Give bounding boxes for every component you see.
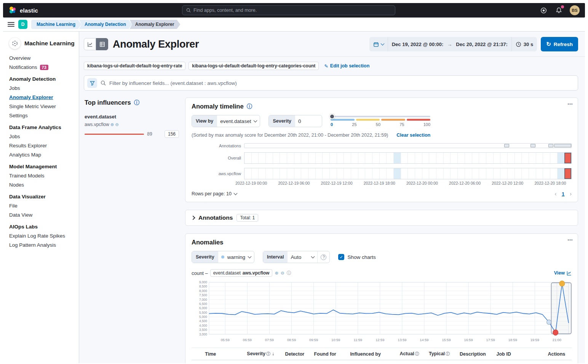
table-header-actual[interactable]: Actualⓘ (396, 348, 426, 360)
swimlane-cell[interactable] (252, 168, 259, 179)
job-badge[interactable]: kibana-logs-ui-default-default-log-entry… (84, 62, 185, 70)
table-header-typical[interactable]: Typicalⓘ (426, 348, 457, 360)
swimlane-cell[interactable] (387, 168, 394, 179)
swimlane-cell[interactable] (415, 168, 422, 179)
severity-scale-segment[interactable] (331, 119, 355, 121)
swimlane-cell[interactable] (479, 153, 486, 163)
swimlane-cell[interactable] (508, 153, 515, 163)
swimlane-cell[interactable] (394, 168, 401, 179)
menu-button[interactable] (8, 22, 14, 27)
sidebar-item-notifications[interactable]: Notifications73 (9, 64, 75, 70)
sidebar-item-analytics-map[interactable]: Analytics Map (9, 152, 75, 158)
view-chart-link[interactable]: View (554, 270, 572, 276)
table-view-button[interactable] (96, 38, 108, 50)
charts-view-button[interactable] (84, 38, 96, 50)
swimlane-cell[interactable] (344, 153, 351, 163)
table-header-time[interactable]: Time (202, 348, 244, 360)
global-search-input[interactable]: Find apps, content, and more. (182, 5, 395, 15)
anomaly-chart[interactable]: 3,0003,5004,0004,5005,0005,5006,0006,500… (192, 279, 572, 344)
prev-page-button[interactable]: ‹ (554, 191, 556, 197)
annotations-lane[interactable] (244, 143, 572, 148)
swimlane-critical-cell[interactable] (564, 153, 571, 163)
swimlane-cell[interactable] (494, 153, 501, 163)
swimlane-cell[interactable] (323, 153, 330, 163)
swimlane-cell[interactable] (522, 153, 529, 163)
swimlane-cell[interactable] (458, 168, 465, 179)
sort-desc-icon[interactable]: ↓ (272, 351, 274, 356)
swimlane-cell[interactable] (458, 153, 465, 163)
sidebar-item-jobs[interactable]: Jobs (9, 134, 75, 139)
swimlane-cell[interactable] (529, 153, 536, 163)
annotation-marker[interactable] (530, 144, 535, 147)
refresh-button[interactable]: ↻ Refresh (541, 37, 578, 51)
swimlane-cell[interactable] (465, 168, 472, 179)
swimlane-cell[interactable] (436, 153, 444, 163)
swimlane-cell[interactable] (266, 153, 273, 163)
chart-influencer-badge[interactable]: event.dataset aws.vpcflow (210, 269, 273, 277)
table-header-severity[interactable]: Severityⓘ↓ (244, 348, 282, 360)
swimlane-critical-cell[interactable] (564, 168, 571, 179)
swimlane-cell[interactable] (259, 168, 266, 179)
sidebar-item-anomaly-explorer[interactable]: Anomaly Explorer (9, 94, 75, 100)
swimlane-cell[interactable] (351, 168, 358, 179)
swimlane-cell[interactable] (494, 168, 501, 179)
severity-scale-segment[interactable] (407, 119, 431, 121)
swimlane-cell[interactable] (294, 153, 302, 163)
swimlane-cell[interactable] (536, 168, 543, 179)
anomaly-marker-major[interactable] (559, 281, 565, 286)
remove-filter-icon[interactable]: ⊖ (281, 270, 284, 276)
swimlane-cell[interactable] (266, 168, 273, 179)
swimlane-cell[interactable] (372, 153, 380, 163)
swimlane-cell[interactable] (344, 168, 351, 179)
panel-options-icon[interactable]: ⋯ (567, 237, 573, 243)
swimlane-cell[interactable] (280, 153, 287, 163)
date-quick-select-button[interactable] (369, 37, 388, 51)
swimlane-cell[interactable] (401, 153, 408, 163)
swimlane-cell[interactable] (486, 168, 494, 179)
expand-annotations-icon[interactable] (191, 216, 195, 220)
swimlane-cell[interactable] (422, 168, 430, 179)
swimlane-cell[interactable] (550, 168, 558, 179)
swimlane-cell[interactable] (515, 168, 522, 179)
table-header-actions[interactable]: Actions (545, 348, 572, 360)
table-header-detector[interactable]: Detector (282, 348, 311, 360)
panel-options-icon[interactable]: ⋯ (567, 101, 573, 107)
clear-selection-link[interactable]: Clear selection (396, 133, 430, 138)
swimlane-cell[interactable] (323, 168, 330, 179)
breadcrumb-machine-learning[interactable]: Machine Learning (31, 20, 81, 29)
breadcrumb-anomaly-detection[interactable]: Anomaly Detection (79, 20, 132, 29)
sidebar-item-single-metric-viewer[interactable]: Single Metric Viewer (9, 104, 75, 109)
help-icon[interactable]: ? (321, 254, 326, 260)
sidebar-item-file[interactable]: File (9, 203, 75, 209)
swimlane-cell[interactable] (380, 153, 387, 163)
swimlane-cell[interactable] (308, 168, 316, 179)
sidebar-item-trained-models[interactable]: Trained Models (9, 173, 75, 179)
swimlane-cell[interactable] (522, 168, 529, 179)
swimlane-cell[interactable] (543, 153, 550, 163)
swimlane-cell[interactable] (294, 168, 302, 179)
sidebar-item-log-pattern-analysis[interactable]: Log Pattern Analysis (9, 242, 75, 248)
refresh-interval-button[interactable]: 30 s (511, 37, 537, 51)
sidebar-item-results-explorer[interactable]: Results Explorer (9, 143, 75, 148)
page-number[interactable]: 1 (562, 191, 564, 197)
swimlane-cell[interactable] (330, 153, 337, 163)
severity-scale-handle[interactable] (329, 114, 335, 119)
rows-per-page-button[interactable]: Rows per page: 10 (192, 191, 237, 196)
job-badge[interactable]: kibana-logs-ui-default-default-log-entry… (189, 62, 319, 70)
show-charts-checkbox[interactable]: ✓ (338, 254, 344, 260)
filter-icon[interactable] (87, 78, 97, 88)
swimlane-cell[interactable] (436, 168, 444, 179)
date-start-button[interactable]: Dec 19, 2022 @ 00:00: (388, 37, 447, 51)
swimlane-cell[interactable] (244, 153, 252, 163)
swimlane-cell[interactable] (515, 153, 522, 163)
swimlane-cell[interactable] (308, 153, 316, 163)
influencer-filter-bar[interactable]: Filter by influencer fields... (event.da… (84, 75, 578, 91)
table-header-job-id[interactable]: Job ID (493, 348, 545, 360)
swimlane-cell[interactable] (558, 153, 565, 163)
info-icon[interactable]: ⓘ (287, 270, 291, 276)
view-by-select[interactable]: View by event.dataset (192, 115, 260, 127)
info-icon[interactable]: ⓘ (415, 351, 419, 356)
swimlane-cell[interactable] (280, 168, 287, 179)
user-avatar[interactable]: BS (570, 5, 580, 15)
swimlane-cell[interactable] (429, 153, 436, 163)
